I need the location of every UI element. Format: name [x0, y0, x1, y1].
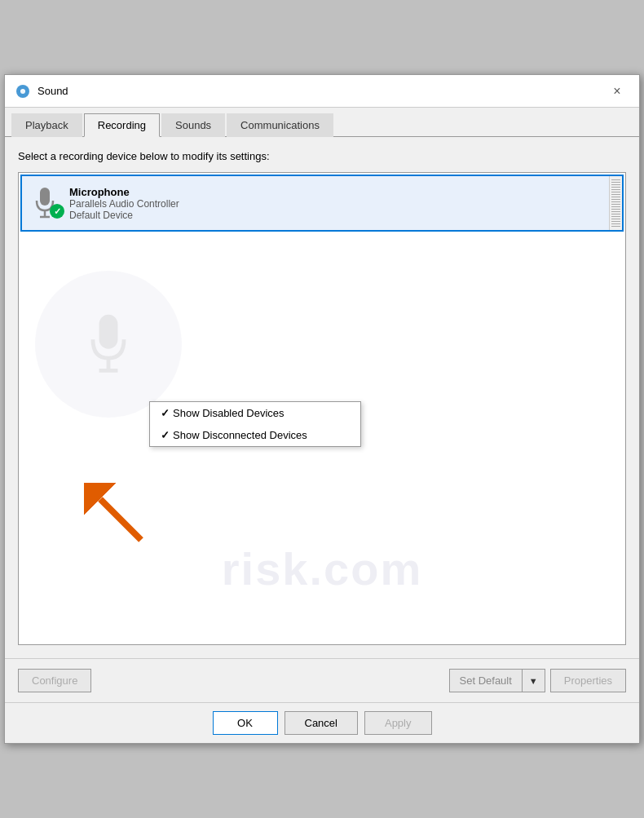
arrow-indicator: [84, 483, 149, 550]
device-item-microphone[interactable]: Microphone Parallels Audio Controller De…: [20, 175, 624, 232]
sound-icon: [15, 83, 31, 99]
set-default-group: Set Default ▼: [449, 669, 545, 692]
title-bar: Sound ×: [5, 75, 639, 108]
context-menu-item-show-disabled[interactable]: ✓ Show Disabled Devices: [150, 402, 360, 424]
device-buttons: Configure Set Default ▼ Properties: [5, 658, 639, 702]
sound-dialog: Sound × Playback Recording Sounds Commun…: [4, 74, 640, 744]
device-info: Microphone Parallels Audio Controller De…: [69, 186, 615, 221]
tab-content: Select a recording device below to modif…: [5, 137, 639, 658]
svg-rect-2: [40, 188, 50, 206]
tab-recording[interactable]: Recording: [84, 113, 160, 137]
show-disabled-label: Show Disabled Devices: [173, 407, 285, 419]
tab-playback[interactable]: Playback: [11, 113, 82, 137]
device-name: Microphone: [69, 186, 615, 198]
properties-button[interactable]: Properties: [550, 669, 626, 692]
device-default-label: Default Device: [69, 210, 615, 221]
context-menu-item-show-disconnected[interactable]: ✓ Show Disconnected Devices: [150, 424, 360, 446]
watermark-text: risk.com: [222, 542, 422, 595]
check-show-disconnected: ✓: [157, 429, 173, 441]
instruction-text: Select a recording device below to modif…: [18, 150, 626, 162]
watermark-circle: [35, 271, 182, 418]
tab-communications[interactable]: Communications: [227, 113, 333, 137]
window-title: Sound: [37, 85, 605, 97]
device-icon-area: [29, 183, 61, 223]
check-show-disabled: ✓: [157, 407, 173, 419]
tab-sounds[interactable]: Sounds: [161, 113, 225, 137]
svg-line-9: [100, 499, 141, 540]
tab-bar: Playback Recording Sounds Communications: [5, 108, 639, 137]
device-list[interactable]: Microphone Parallels Audio Controller De…: [18, 172, 626, 645]
scrollbar-thumb: [611, 178, 620, 227]
svg-rect-5: [99, 315, 118, 349]
apply-button[interactable]: Apply: [364, 711, 432, 735]
set-default-dropdown[interactable]: ▼: [522, 669, 545, 692]
configure-button[interactable]: Configure: [18, 669, 91, 692]
close-button[interactable]: ×: [605, 81, 629, 102]
device-list-scrollbar[interactable]: [609, 176, 622, 230]
context-menu: ✓ Show Disabled Devices ✓ Show Disconnec…: [149, 401, 361, 447]
device-controller: Parallels Audio Controller: [69, 198, 615, 210]
show-disconnected-label: Show Disconnected Devices: [173, 429, 307, 441]
default-status-badge: [50, 204, 64, 219]
set-default-button[interactable]: Set Default: [449, 669, 522, 692]
dialog-actions: OK Cancel Apply: [5, 702, 639, 743]
ok-button[interactable]: OK: [213, 711, 278, 735]
cancel-button[interactable]: Cancel: [285, 711, 358, 735]
